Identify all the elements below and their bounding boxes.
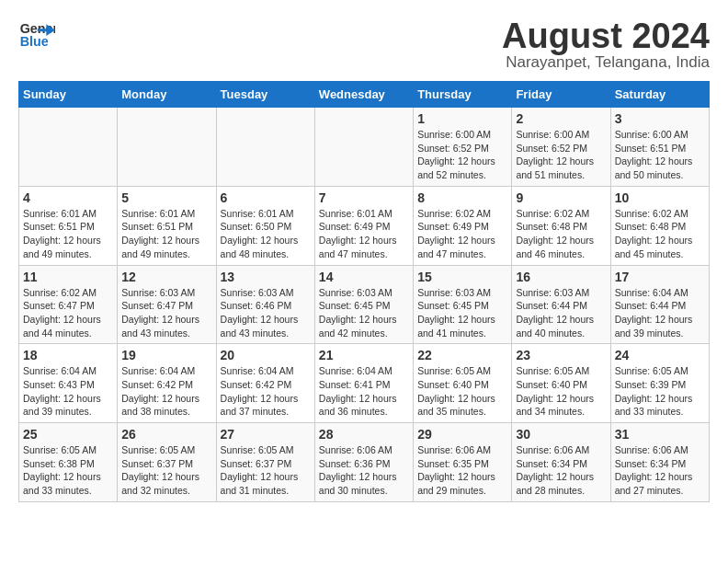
day-info: Sunrise: 6:00 AM Sunset: 6:52 PM Dayligh…	[417, 128, 507, 182]
day-info: Sunrise: 6:03 AM Sunset: 6:46 PM Dayligh…	[221, 286, 311, 340]
calendar-cell: 26Sunrise: 6:05 AM Sunset: 6:37 PM Dayli…	[118, 423, 216, 502]
day-info: Sunrise: 6:01 AM Sunset: 6:49 PM Dayligh…	[319, 207, 409, 261]
header-sunday: Sunday	[19, 82, 118, 108]
header-thursday: Thursday	[414, 82, 512, 108]
day-number: 17	[615, 270, 705, 284]
day-info: Sunrise: 6:01 AM Sunset: 6:51 PM Dayligh…	[23, 207, 113, 261]
calendar-cell: 3Sunrise: 6:00 AM Sunset: 6:51 PM Daylig…	[610, 108, 709, 187]
day-info: Sunrise: 6:02 AM Sunset: 6:48 PM Dayligh…	[615, 207, 705, 261]
day-info: Sunrise: 6:05 AM Sunset: 6:40 PM Dayligh…	[417, 364, 507, 419]
page-subtitle: Narayanpet, Telangana, India	[502, 53, 710, 72]
week-row-5: 25Sunrise: 6:05 AM Sunset: 6:38 PM Dayli…	[19, 423, 710, 502]
header-monday: Monday	[118, 82, 216, 108]
day-info: Sunrise: 6:05 AM Sunset: 6:39 PM Dayligh…	[615, 364, 705, 419]
day-number: 29	[417, 427, 507, 442]
day-info: Sunrise: 6:04 AM Sunset: 6:41 PM Dayligh…	[319, 364, 409, 419]
day-number: 12	[121, 270, 211, 284]
calendar-cell: 13Sunrise: 6:03 AM Sunset: 6:46 PM Dayli…	[216, 265, 314, 344]
logo-icon: General Blue	[18, 18, 55, 51]
calendar-cell: 24Sunrise: 6:05 AM Sunset: 6:39 PM Dayli…	[610, 344, 709, 423]
day-number: 9	[516, 190, 606, 205]
day-info: Sunrise: 6:01 AM Sunset: 6:51 PM Dayligh…	[121, 207, 211, 261]
calendar-cell: 6Sunrise: 6:01 AM Sunset: 6:50 PM Daylig…	[216, 186, 314, 265]
week-row-3: 11Sunrise: 6:02 AM Sunset: 6:47 PM Dayli…	[19, 265, 710, 344]
page-header: General Blue August 2024 Narayanpet, Tel…	[18, 18, 710, 72]
day-number: 23	[516, 348, 606, 362]
calendar-cell: 14Sunrise: 6:03 AM Sunset: 6:45 PM Dayli…	[314, 265, 413, 344]
page-title: August 2024	[502, 18, 710, 53]
header-tuesday: Tuesday	[216, 82, 314, 108]
day-number: 24	[615, 348, 705, 362]
week-row-4: 18Sunrise: 6:04 AM Sunset: 6:43 PM Dayli…	[19, 344, 710, 423]
logo: General Blue	[18, 18, 55, 51]
day-number: 5	[121, 190, 211, 205]
day-info: Sunrise: 6:05 AM Sunset: 6:37 PM Dayligh…	[221, 443, 311, 498]
day-number: 26	[121, 427, 211, 442]
day-info: Sunrise: 6:04 AM Sunset: 6:42 PM Dayligh…	[221, 364, 311, 419]
day-info: Sunrise: 6:06 AM Sunset: 6:35 PM Dayligh…	[417, 443, 507, 498]
day-info: Sunrise: 6:06 AM Sunset: 6:36 PM Dayligh…	[319, 443, 409, 498]
day-info: Sunrise: 6:03 AM Sunset: 6:45 PM Dayligh…	[417, 286, 507, 340]
header-saturday: Saturday	[610, 82, 709, 108]
day-info: Sunrise: 6:03 AM Sunset: 6:44 PM Dayligh…	[516, 286, 606, 340]
calendar-cell	[118, 108, 216, 187]
day-number: 31	[615, 427, 705, 442]
header-row: SundayMondayTuesdayWednesdayThursdayFrid…	[19, 82, 710, 108]
day-number: 27	[221, 427, 311, 442]
day-number: 3	[615, 111, 705, 126]
day-info: Sunrise: 6:04 AM Sunset: 6:44 PM Dayligh…	[615, 286, 705, 340]
day-number: 13	[221, 270, 311, 284]
day-info: Sunrise: 6:04 AM Sunset: 6:43 PM Dayligh…	[23, 364, 113, 419]
day-info: Sunrise: 6:03 AM Sunset: 6:45 PM Dayligh…	[319, 286, 409, 340]
calendar-cell: 7Sunrise: 6:01 AM Sunset: 6:49 PM Daylig…	[314, 186, 413, 265]
day-number: 20	[221, 348, 311, 362]
day-number: 15	[417, 270, 507, 284]
day-info: Sunrise: 6:00 AM Sunset: 6:51 PM Dayligh…	[615, 128, 705, 182]
calendar-cell: 20Sunrise: 6:04 AM Sunset: 6:42 PM Dayli…	[216, 344, 314, 423]
day-info: Sunrise: 6:01 AM Sunset: 6:50 PM Dayligh…	[221, 207, 311, 261]
calendar-cell: 28Sunrise: 6:06 AM Sunset: 6:36 PM Dayli…	[314, 423, 413, 502]
calendar-cell: 29Sunrise: 6:06 AM Sunset: 6:35 PM Dayli…	[414, 423, 512, 502]
calendar-cell: 18Sunrise: 6:04 AM Sunset: 6:43 PM Dayli…	[19, 344, 118, 423]
day-number: 19	[121, 348, 211, 362]
day-number: 21	[319, 348, 409, 362]
day-info: Sunrise: 6:05 AM Sunset: 6:37 PM Dayligh…	[121, 443, 211, 498]
day-number: 18	[23, 348, 113, 362]
day-number: 8	[417, 190, 507, 205]
calendar-cell: 9Sunrise: 6:02 AM Sunset: 6:48 PM Daylig…	[512, 186, 610, 265]
day-info: Sunrise: 6:05 AM Sunset: 6:38 PM Dayligh…	[23, 443, 113, 498]
header-friday: Friday	[512, 82, 610, 108]
day-number: 25	[23, 427, 113, 442]
calendar-cell: 27Sunrise: 6:05 AM Sunset: 6:37 PM Dayli…	[216, 423, 314, 502]
calendar-cell: 5Sunrise: 6:01 AM Sunset: 6:51 PM Daylig…	[118, 186, 216, 265]
calendar-cell: 31Sunrise: 6:06 AM Sunset: 6:34 PM Dayli…	[610, 423, 709, 502]
calendar-cell: 2Sunrise: 6:00 AM Sunset: 6:52 PM Daylig…	[512, 108, 610, 187]
day-info: Sunrise: 6:06 AM Sunset: 6:34 PM Dayligh…	[615, 443, 705, 498]
calendar-cell: 4Sunrise: 6:01 AM Sunset: 6:51 PM Daylig…	[19, 186, 118, 265]
calendar-cell: 16Sunrise: 6:03 AM Sunset: 6:44 PM Dayli…	[512, 265, 610, 344]
calendar-cell: 11Sunrise: 6:02 AM Sunset: 6:47 PM Dayli…	[19, 265, 118, 344]
calendar-cell: 10Sunrise: 6:02 AM Sunset: 6:48 PM Dayli…	[610, 186, 709, 265]
day-info: Sunrise: 6:02 AM Sunset: 6:48 PM Dayligh…	[516, 207, 606, 261]
day-info: Sunrise: 6:02 AM Sunset: 6:47 PM Dayligh…	[23, 286, 113, 340]
week-row-2: 4Sunrise: 6:01 AM Sunset: 6:51 PM Daylig…	[19, 186, 710, 265]
calendar-cell: 23Sunrise: 6:05 AM Sunset: 6:40 PM Dayli…	[512, 344, 610, 423]
calendar-table: SundayMondayTuesdayWednesdayThursdayFrid…	[18, 81, 710, 502]
day-number: 2	[516, 111, 606, 126]
day-number: 11	[23, 270, 113, 284]
day-number: 30	[516, 427, 606, 442]
day-number: 1	[417, 111, 507, 126]
calendar-cell: 17Sunrise: 6:04 AM Sunset: 6:44 PM Dayli…	[610, 265, 709, 344]
calendar-cell	[314, 108, 413, 187]
day-info: Sunrise: 6:03 AM Sunset: 6:47 PM Dayligh…	[121, 286, 211, 340]
svg-text:Blue: Blue	[20, 34, 49, 49]
header-wednesday: Wednesday	[314, 82, 413, 108]
day-info: Sunrise: 6:05 AM Sunset: 6:40 PM Dayligh…	[516, 364, 606, 419]
calendar-cell: 1Sunrise: 6:00 AM Sunset: 6:52 PM Daylig…	[414, 108, 512, 187]
day-number: 10	[615, 190, 705, 205]
day-number: 28	[319, 427, 409, 442]
calendar-cell: 22Sunrise: 6:05 AM Sunset: 6:40 PM Dayli…	[414, 344, 512, 423]
calendar-cell: 8Sunrise: 6:02 AM Sunset: 6:49 PM Daylig…	[414, 186, 512, 265]
calendar-cell: 15Sunrise: 6:03 AM Sunset: 6:45 PM Dayli…	[414, 265, 512, 344]
calendar-cell	[19, 108, 118, 187]
